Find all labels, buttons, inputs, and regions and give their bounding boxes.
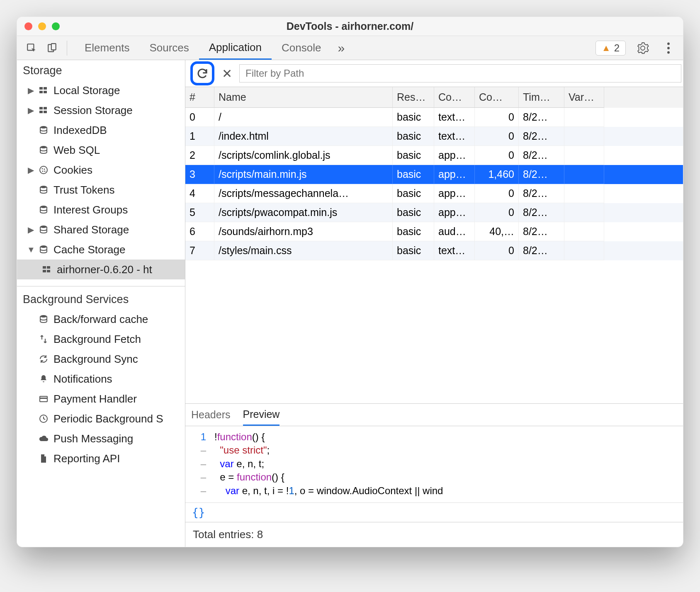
svg-rect-8 [39,91,43,93]
svg-point-22 [40,206,47,208]
sidebar-item-periodic-background-s[interactable]: ▶Periodic Background S [17,409,185,429]
col-name[interactable]: Name [214,87,393,108]
code-preview: 1!function() { – "use strict"; – var e, … [185,426,683,502]
settings-gear-icon[interactable] [634,39,651,57]
more-tabs-icon[interactable]: » [331,36,351,60]
col-index[interactable]: # [185,87,214,108]
filter-field[interactable] [239,64,681,82]
detail-tab-preview[interactable]: Preview [243,404,280,426]
tab-console[interactable]: Console [272,36,331,60]
cell-index: 0 [185,108,214,127]
cell-content-length: 0 [475,184,519,203]
inspect-element-icon[interactable] [23,39,40,57]
sidebar-item-trust-tokens[interactable]: ▶Trust Tokens [17,180,185,200]
cell-content-type: app… [434,146,475,165]
col-content-len[interactable]: Co… [475,87,519,108]
sidebar-item-local-storage[interactable]: ▶Local Storage [17,80,185,100]
zoom-window-icon[interactable] [52,22,60,30]
sidebar-item-interest-groups[interactable]: ▶Interest Groups [17,200,185,220]
tab-elements[interactable]: Elements [75,36,139,60]
refresh-button[interactable] [190,61,214,85]
db-icon [39,185,49,195]
table-row[interactable]: 2/scripts/comlink.global.jsbasicapp…08/2… [185,146,683,165]
cell-time: 8/2… [519,146,564,165]
cell-content-type: aud… [434,222,475,241]
sidebar-item-background-sync[interactable]: ▶Background Sync [17,349,185,369]
db-icon [39,225,49,235]
sidebar-item-label: Background Fetch [53,333,141,346]
sidebar-item-background-fetch[interactable]: ▶Background Fetch [17,329,185,349]
svg-point-17 [42,168,43,170]
cell-content-type: app… [434,184,475,203]
table-row[interactable]: 5/scripts/pwacompat.min.jsbasicapp…08/2… [185,203,683,222]
svg-rect-30 [40,396,47,402]
col-content-type[interactable]: Co… [434,87,475,108]
sidebar-item-label: Session Storage [53,104,133,117]
cell-content-length: 0 [475,108,519,127]
col-vary[interactable]: Var… [564,87,604,108]
cell-content-length: 40,… [475,222,519,241]
table-row[interactable]: 1/index.htmlbasictext…08/2… [185,127,683,146]
cell-response: basic [393,203,434,222]
svg-rect-6 [39,87,43,90]
kebab-menu-icon[interactable] [660,39,677,57]
sidebar-item-cookies[interactable]: ▶Cookies [17,160,185,180]
tab-sources[interactable]: Sources [139,36,199,60]
svg-point-4 [667,47,670,49]
sidebar-item-cache-entry[interactable]: airhorner-0.6.20 - ht [17,260,185,279]
cell-name: /index.html [214,127,393,146]
sidebar-item-back-forward-cache[interactable]: ▶Back/forward cache [17,309,185,329]
device-toggle-icon[interactable] [44,39,61,57]
detail-tab-headers[interactable]: Headers [191,404,231,426]
storage-section-label: Storage [17,60,185,80]
sidebar-item-shared-storage[interactable]: ▶Shared Storage [17,220,185,240]
titlebar: DevTools - airhorner.com/ [17,17,683,36]
sidebar-item-reporting-api[interactable]: ▶Reporting API [17,449,185,468]
sidebar-item-label: Back/forward cache [53,313,148,326]
svg-point-20 [44,171,46,172]
col-response[interactable]: Res… [393,87,434,108]
sidebar-item-label: Push Messaging [53,432,133,445]
cell-vary [564,222,604,241]
cell-time: 8/2… [519,165,564,184]
cell-time: 8/2… [519,184,564,203]
cell-vary [564,146,604,165]
sidebar-item-session-storage[interactable]: ▶Session Storage [17,100,185,120]
sidebar-item-label: Periodic Background S [53,412,163,425]
svg-point-24 [40,245,47,248]
issues-count: 2 [614,42,620,54]
sidebar-item-label: Shared Storage [53,223,129,236]
cell-response: basic [393,146,434,165]
cell-time: 8/2… [519,127,564,146]
sidebar-item-payment-handler[interactable]: ▶Payment Handler [17,389,185,409]
sidebar-item-indexeddb[interactable]: ▶IndexedDB [17,120,185,140]
cell-index: 1 [185,127,214,146]
filter-input[interactable] [245,68,675,79]
sidebar-item-cache-storage[interactable]: ▼Cache Storage [17,240,185,260]
sidebar-item-web-sql[interactable]: ▶Web SQL [17,140,185,160]
cell-content-type: text… [434,241,475,260]
table-row[interactable]: 4/scripts/messagechannela…basicapp…08/2… [185,184,683,203]
bg-services-section-label: Background Services [17,289,185,309]
tab-application[interactable]: Application [199,36,272,60]
cell-name: /sounds/airhorn.mp3 [214,222,393,241]
table-row[interactable]: 3/scripts/main.min.jsbasicapp…1,4608/2… [185,165,683,184]
cell-content-length: 0 [475,241,519,260]
cell-response: basic [393,108,434,127]
svg-rect-27 [43,270,46,272]
cell-vary [564,127,604,146]
table-row[interactable]: 0/basictext…08/2… [185,108,683,127]
clear-filter-icon[interactable]: ✕ [218,64,236,82]
issues-badge[interactable]: ▲ 2 [595,41,626,56]
sidebar-item-notifications[interactable]: ▶Notifications [17,369,185,389]
minimize-window-icon[interactable] [38,22,46,30]
cell-vary [564,184,604,203]
col-time[interactable]: Tim… [519,87,564,108]
table-row[interactable]: 6/sounds/airhorn.mp3basicaud…40,…8/2… [185,222,683,241]
cell-name: /scripts/messagechannela… [214,184,393,203]
sidebar-item-label: Local Storage [53,84,120,97]
cell-index: 5 [185,203,214,222]
sidebar-item-push-messaging[interactable]: ▶Push Messaging [17,429,185,449]
close-window-icon[interactable] [24,22,32,30]
table-row[interactable]: 7/styles/main.cssbasictext…08/2… [185,241,683,260]
